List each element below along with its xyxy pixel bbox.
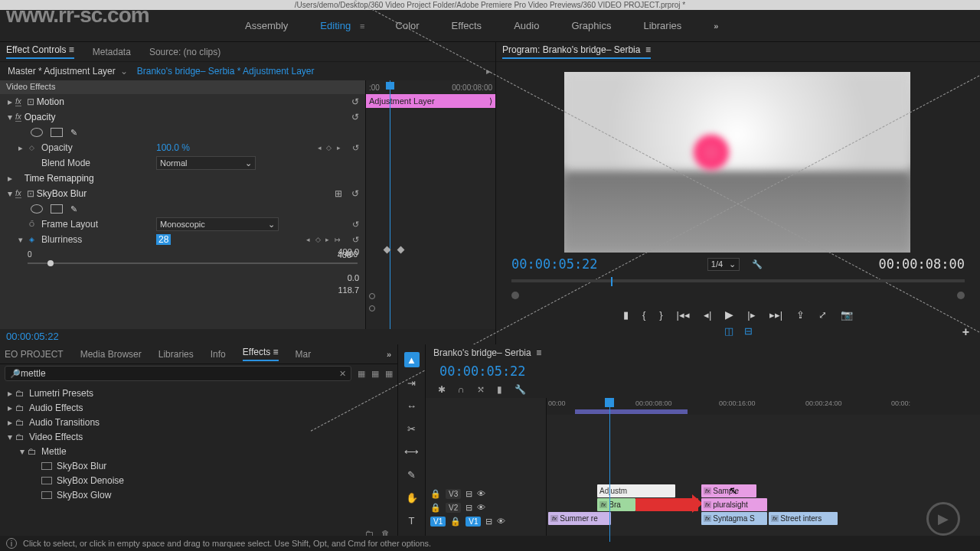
sync-icon[interactable]: ⊟ (466, 503, 472, 513)
slip-tool[interactable]: ⟷ (404, 444, 420, 459)
mark-in-icon[interactable]: ▮ (623, 309, 629, 321)
workspace-assembly[interactable]: Assembly (245, 20, 288, 31)
tree-folder[interactable]: ▾🗀Video Effects (0, 429, 397, 444)
track-header-v3[interactable]: 🔒V3 ⊟👁 (426, 487, 546, 500)
fx-filter-icon[interactable]: ▦ (358, 369, 365, 379)
export-frame-icon[interactable]: 📷 (841, 309, 853, 321)
fx-filter-icon[interactable]: ▦ (385, 369, 393, 379)
ripple-tool[interactable]: ↔ (404, 398, 420, 413)
tree-folder[interactable]: ▾🗀Mettle (0, 444, 397, 458)
button-editor-add[interactable]: + (962, 325, 969, 339)
magnet-icon[interactable]: ∩ (458, 384, 465, 395)
effect-motion[interactable]: ▸fx⊡Motion↺ (0, 94, 365, 109)
overflow-icon[interactable]: » (387, 350, 391, 359)
tab-metadata[interactable]: Metadata (93, 47, 131, 57)
pen-mask-icon[interactable]: ✎ (70, 204, 77, 214)
workspace-libraries[interactable]: Libraries (643, 20, 681, 31)
blurriness-slider[interactable]: 0 400 400 (28, 250, 358, 273)
type-tool[interactable]: T (404, 513, 420, 528)
in-out-range[interactable] (575, 409, 688, 414)
step-back-icon[interactable]: ◂| (704, 309, 711, 321)
clip-summer[interactable]: fxSummer re (548, 512, 611, 525)
vr-toggle-icon[interactable]: ⊟ (744, 325, 753, 337)
tree-effect-item[interactable]: SkyBox Glow (0, 487, 397, 502)
comparison-view-icon[interactable]: ◫ (724, 325, 733, 337)
tree-folder[interactable]: ▸🗀Audio Effects (0, 400, 397, 415)
panel-burger-icon[interactable]: ≡ (69, 44, 74, 55)
go-in-icon[interactable]: |◂◂ (677, 309, 690, 321)
mark-clip-icon[interactable]: } (659, 309, 662, 321)
lift-icon[interactable]: ⇪ (796, 309, 805, 321)
play-icon[interactable]: ▶ (725, 308, 733, 321)
pen-tool[interactable]: ✎ (404, 467, 420, 482)
lock-icon[interactable]: 🔒 (450, 517, 461, 527)
param-opacity[interactable]: ▸◇Opacity100.0 % ◂ ◇ ▸↺ (0, 140, 365, 155)
graph-handle[interactable] (369, 305, 375, 311)
clip-syntagma[interactable]: fxSyntagma S (701, 512, 767, 525)
program-monitor[interactable] (564, 72, 910, 253)
program-time-ruler[interactable] (511, 275, 965, 289)
sync-icon[interactable]: ⊟ (466, 489, 472, 499)
effect-mini-timeline[interactable]: :0000:00:08:00 Adjustment Layer⟩ (365, 80, 495, 329)
workspace-color[interactable]: Color (396, 20, 420, 31)
extract-icon[interactable]: ⤢ (818, 309, 827, 321)
tab-markers[interactable]: Mar (296, 349, 312, 360)
workspace-overflow-icon[interactable]: » (714, 21, 718, 31)
tab-source[interactable]: Source: (no clips) (149, 47, 220, 57)
frame-layout-select[interactable]: Monoscopic⌄ (156, 217, 279, 231)
blurriness-input[interactable]: 28 (156, 234, 171, 245)
effect-master-breadcrumb[interactable]: Master * Adjustment Layer ⌄ Branko's bri… (0, 62, 495, 80)
effect-time-remap[interactable]: ▸fxTime Remapping (0, 171, 365, 186)
fx-filter-icon[interactable]: ▦ (371, 369, 379, 379)
effect-skybox-blur[interactable]: ▾fx⊡SkyBox Blur ⊞ ↺ (0, 186, 365, 201)
linked-sel-icon[interactable]: ⤲ (477, 384, 485, 395)
graph-handle[interactable] (369, 293, 375, 299)
program-scale-select[interactable]: 1/4⌄ (707, 258, 740, 271)
search-input[interactable] (21, 368, 336, 379)
track-header-v1[interactable]: V1🔒V1 ⊟👁 (426, 514, 546, 528)
timeline-tracks[interactable]: 00:0000:00:08:0000:00:16:0000:00:24:0000… (547, 398, 980, 542)
timeline-timecode[interactable]: 00:00:05:22 (439, 364, 526, 379)
ellipse-mask-icon[interactable] (31, 128, 43, 137)
go-out-icon[interactable]: ▸▸| (769, 309, 782, 321)
lock-icon[interactable]: 🔒 (430, 489, 441, 499)
ellipse-mask-icon[interactable] (31, 204, 43, 214)
eye-icon[interactable]: 👁 (497, 517, 505, 526)
program-scrubber[interactable] (511, 292, 965, 298)
razor-tool[interactable]: ✂ (404, 421, 420, 436)
effect-timecode[interactable]: 00:00:05:22 (0, 329, 495, 344)
workspace-audio[interactable]: Audio (514, 20, 539, 31)
playhead[interactable] (609, 398, 610, 542)
tab-media-browser[interactable]: Media Browser (80, 349, 142, 360)
track-header-v2[interactable]: 🔒V2 ⊟👁 (426, 500, 546, 514)
tab-info[interactable]: Info (211, 349, 226, 360)
tree-effect-item[interactable]: SkyBox Blur (0, 458, 397, 473)
step-fwd-icon[interactable]: |▸ (747, 309, 755, 321)
settings-icon[interactable]: ⊞ (335, 188, 342, 199)
program-timecode-current[interactable]: 00:00:05:22 (511, 256, 598, 272)
reset-icon[interactable]: ↺ (351, 112, 359, 122)
clip-pluralsight[interactable]: fxpluralsight (701, 498, 767, 511)
reset-icon[interactable]: ↺ (351, 96, 359, 107)
sync-icon[interactable]: ⊟ (485, 517, 492, 527)
program-tab[interactable]: Program: Branko's bridge– Serbia ≡ (502, 44, 651, 59)
wrench-icon[interactable]: 🔧 (752, 259, 763, 269)
clear-search-icon[interactable]: ✕ (339, 369, 346, 379)
clip-street[interactable]: fxStreet inters (769, 512, 838, 525)
hand-tool[interactable]: ✋ (404, 490, 420, 505)
reset-icon[interactable]: ↺ (351, 188, 359, 199)
param-blurriness[interactable]: ▾◈Blurriness 28 ◂ ◇ ▸ ↦↺ (0, 232, 365, 247)
workspace-editing[interactable]: Editing (320, 20, 351, 31)
eye-icon[interactable]: 👁 (477, 489, 485, 498)
info-icon[interactable]: i (6, 538, 17, 549)
mini-playhead[interactable] (390, 80, 390, 329)
sequence-tab[interactable]: Branko's bridge– Serbia ≡ (433, 347, 541, 358)
rect-mask-icon[interactable] (51, 204, 63, 214)
effects-search[interactable]: 🔎 ✕ (5, 366, 351, 381)
clip-branko[interactable]: fxBra (597, 498, 635, 511)
tab-effect-controls[interactable]: Effect Controls ≡ (6, 44, 74, 59)
workspace-graphics[interactable]: Graphics (571, 20, 611, 31)
pen-mask-icon[interactable]: ✎ (70, 128, 77, 138)
snap-icon[interactable]: ✱ (438, 384, 446, 395)
tree-folder[interactable]: ▸🗀Lumetri Presets (0, 386, 397, 400)
